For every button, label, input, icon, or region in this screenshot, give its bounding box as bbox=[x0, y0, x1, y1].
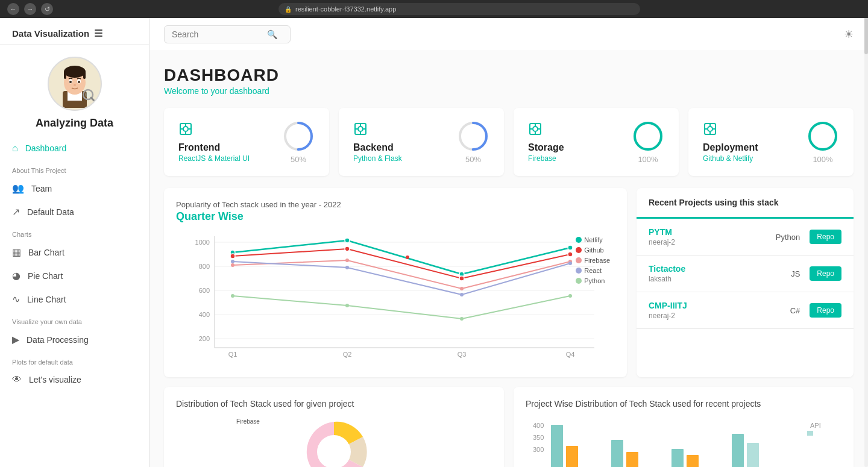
sidebar-item-default-data[interactable]: ↗ Default Data bbox=[0, 200, 149, 224]
bottom-charts-row: Distribution of Tech Stack used for give… bbox=[164, 387, 854, 467]
trending-icon: ↗ bbox=[12, 206, 20, 218]
python-legend-dot bbox=[576, 278, 582, 284]
page-subtitle: Welcome to your dashboard bbox=[164, 86, 854, 96]
svg-point-63 bbox=[345, 238, 350, 243]
svg-point-73 bbox=[460, 287, 464, 290]
sidebar-item-line-chart[interactable]: ∿ Line Chart bbox=[0, 287, 149, 311]
theme-toggle-button[interactable]: ☀ bbox=[844, 28, 854, 41]
github-legend-dot bbox=[576, 247, 582, 253]
stat-card-backend-right: 50% bbox=[457, 120, 489, 164]
rp-pytm-left: PYTM neeraj-2 bbox=[649, 227, 675, 246]
pie-chart-svg bbox=[274, 416, 394, 467]
rp-tictactoe-left: Tictactoe laksath bbox=[649, 264, 685, 283]
svg-text:400: 400 bbox=[533, 422, 544, 429]
sidebar-item-dashboard[interactable]: ⌂ Dashboard bbox=[0, 137, 149, 160]
svg-point-68 bbox=[345, 246, 350, 251]
search-bar[interactable]: 🔍 bbox=[164, 25, 291, 43]
sidebar-label-data-processing: Data Processing bbox=[27, 335, 89, 345]
rp-item-cmp: CMP-IIITJ neeraj-2 C# Repo bbox=[637, 292, 854, 329]
svg-point-72 bbox=[345, 259, 349, 262]
svg-rect-89 bbox=[611, 440, 623, 467]
bar-chart-svg: 400 350 300 bbox=[526, 416, 841, 467]
dashboard-content: DASHBOARD Welcome to your dashboard bbox=[149, 51, 868, 467]
svg-point-10 bbox=[74, 84, 76, 86]
svg-point-66 bbox=[406, 255, 409, 259]
sidebar-item-bar-chart[interactable]: ▦ Bar Chart bbox=[0, 240, 149, 264]
svg-rect-5 bbox=[83, 72, 86, 79]
firebase-legend-label: Firebase bbox=[584, 257, 610, 264]
stat-card-frontend-left: Frontend ReactJS & Material UI bbox=[178, 122, 250, 163]
stat-card-storage-title: Storage bbox=[528, 142, 564, 153]
svg-point-81 bbox=[460, 317, 464, 321]
stat-card-deployment: Deployment Github & Netlify 100% bbox=[688, 108, 854, 176]
react-legend-label: React bbox=[584, 267, 602, 274]
sidebar-label-dashboard: Dashboard bbox=[25, 143, 67, 153]
sidebar-item-lets-visualize[interactable]: 👁 Let's visualize bbox=[0, 368, 149, 391]
topbar: 🔍 ☀ bbox=[149, 18, 868, 51]
svg-point-71 bbox=[231, 263, 234, 267]
svg-rect-88 bbox=[566, 446, 578, 467]
stat-card-deployment-right: 100% bbox=[807, 120, 839, 164]
hamburger-icon[interactable]: ☰ bbox=[94, 28, 102, 39]
rp-cmp-repo-button[interactable]: Repo bbox=[810, 303, 841, 318]
svg-rect-93 bbox=[732, 434, 744, 467]
svg-text:Q1: Q1 bbox=[228, 351, 237, 358]
bar-panel: Project Wise Distribution of Tech Stack … bbox=[514, 387, 854, 467]
app-wrapper: Data Visualization ☰ bbox=[0, 18, 868, 467]
main-content: 🔍 ☀ DASHBOARD Welcome to your dashboard bbox=[149, 18, 868, 467]
pie-chart-icon: ◕ bbox=[12, 270, 20, 281]
refresh-button[interactable]: ↺ bbox=[41, 3, 53, 15]
svg-point-80 bbox=[345, 304, 349, 307]
stat-card-storage-right: 100% bbox=[632, 120, 664, 164]
svg-text:1000: 1000 bbox=[195, 239, 210, 246]
url-bar[interactable]: 🔒 resilient-cobbler-f37332.netlify.app bbox=[278, 3, 640, 15]
sidebar-item-team[interactable]: 👥 Team bbox=[0, 177, 149, 200]
pie-panel: Distribution of Tech Stack used for give… bbox=[164, 387, 504, 467]
home-icon: ⌂ bbox=[12, 143, 18, 154]
rp-pytm-repo-button[interactable]: Repo bbox=[810, 230, 841, 244]
rp-tictactoe-repo-button[interactable]: Repo bbox=[810, 266, 841, 281]
svg-point-23 bbox=[358, 127, 363, 131]
line-chart-container: 1000 800 600 400 200 Q1 Q2 Q3 Q4 bbox=[176, 230, 615, 365]
sidebar-header: Data Visualization ☰ bbox=[0, 18, 149, 45]
svg-point-3 bbox=[64, 66, 86, 78]
page-title: DASHBOARD bbox=[164, 66, 854, 85]
legend-python: Python bbox=[576, 277, 610, 284]
deployment-ring bbox=[807, 120, 839, 152]
svg-text:600: 600 bbox=[199, 287, 210, 294]
svg-point-13 bbox=[85, 92, 91, 98]
svg-rect-4 bbox=[64, 72, 66, 79]
svg-point-65 bbox=[568, 245, 573, 250]
svg-text:300: 300 bbox=[533, 446, 544, 453]
forward-button[interactable]: → bbox=[24, 3, 36, 15]
section-label-about: About This Project bbox=[0, 160, 149, 177]
svg-point-76 bbox=[345, 266, 349, 269]
section-label-visualize: Visualize your own data bbox=[0, 311, 149, 328]
bar-chart-icon: ▦ bbox=[12, 246, 21, 258]
recent-projects-panel: Recent Projects using this stack PYTM ne… bbox=[637, 188, 854, 377]
search-input[interactable] bbox=[172, 30, 262, 39]
sidebar-item-data-processing[interactable]: ▶ Data Processing bbox=[0, 328, 149, 351]
line-chart-svg: 1000 800 600 400 200 Q1 Q2 Q3 Q4 bbox=[176, 230, 615, 363]
svg-rect-94 bbox=[747, 443, 759, 467]
svg-rect-96 bbox=[807, 431, 813, 436]
deployment-icon bbox=[703, 122, 758, 139]
svg-point-37 bbox=[635, 123, 661, 149]
netlify-legend-dot bbox=[576, 237, 582, 243]
stat-card-storage-pct: 100% bbox=[638, 155, 658, 164]
react-legend-dot bbox=[576, 268, 582, 274]
section-label-plots: Plots for default data bbox=[0, 351, 149, 368]
stat-card-backend: Backend Python & Flask 50% bbox=[339, 108, 504, 176]
line-chart-panel: Popularity of Tech stack used in the yea… bbox=[164, 188, 627, 377]
github-legend-label: Github bbox=[584, 246, 603, 254]
svg-text:200: 200 bbox=[199, 335, 210, 342]
back-button[interactable]: ← bbox=[7, 3, 19, 15]
svg-rect-87 bbox=[551, 425, 563, 467]
svg-rect-92 bbox=[687, 455, 699, 467]
python-legend-label: Python bbox=[584, 277, 605, 284]
rp-tictactoe-lang: JS bbox=[791, 269, 800, 278]
stat-card-deployment-sub: Github & Netlify bbox=[703, 154, 758, 163]
sidebar-item-pie-chart[interactable]: ◕ Pie Chart bbox=[0, 264, 149, 287]
legend-netlify: Netlify bbox=[576, 236, 610, 243]
eye-icon: 👁 bbox=[12, 374, 22, 385]
